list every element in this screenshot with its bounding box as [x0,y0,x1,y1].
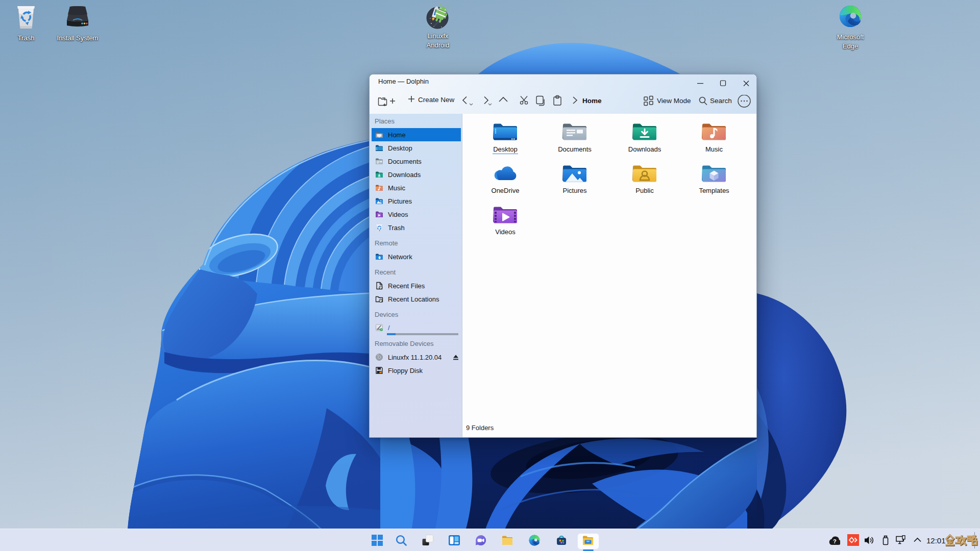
svg-text:View Mode: View Mode [657,97,691,105]
svg-text:Create New: Create New [418,96,455,104]
svg-text:?: ? [833,538,837,544]
svg-text:Search: Search [710,97,732,105]
svg-text:Home: Home [582,97,602,105]
